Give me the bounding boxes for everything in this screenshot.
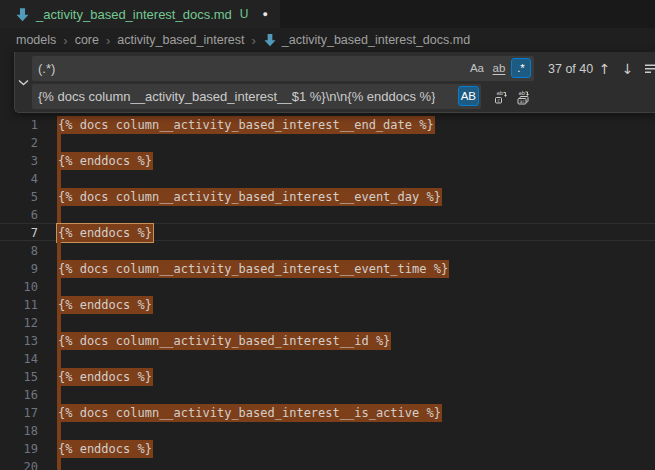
breadcrumb-item-activity-based-interest[interactable]: activity_based_interest xyxy=(117,33,244,47)
breadcrumb: models › core › activity_based_interest … xyxy=(0,28,655,52)
line-content: {% enddocs %} xyxy=(38,152,153,170)
line-number: 5 xyxy=(0,188,38,206)
find-match-empty-highlight xyxy=(57,314,61,332)
line-content xyxy=(38,422,61,440)
find-match-highlight: {% docs column__activity_based_interest_… xyxy=(57,404,442,422)
line-content xyxy=(38,134,61,152)
breadcrumb-item-file[interactable]: _activity_based_interest_docs.md xyxy=(263,33,470,47)
svg-text:ab: ab xyxy=(496,90,503,96)
editor-line[interactable]: 4 xyxy=(0,170,655,188)
line-number: 12 xyxy=(0,314,38,332)
editor-line[interactable]: 7{% enddocs %} xyxy=(0,224,655,242)
editor-area[interactable]: 1{% docs column__activity_based_interest… xyxy=(0,52,655,470)
line-number: 11 xyxy=(0,296,38,314)
editor-line[interactable]: 15{% enddocs %} xyxy=(0,368,655,386)
unsaved-changes-dot[interactable]: ● xyxy=(263,10,268,19)
line-content: {% docs column__activity_based_interest_… xyxy=(38,260,449,278)
regex-toggle[interactable]: .* xyxy=(511,58,531,78)
replace-input[interactable]: {% docs column__activity_based_interest_… xyxy=(32,84,481,109)
line-number: 9 xyxy=(0,260,38,278)
line-number: 4 xyxy=(0,170,38,188)
toggle-replace-chevron-icon[interactable] xyxy=(15,52,32,112)
breadcrumb-separator: › xyxy=(251,33,255,48)
editor-line[interactable]: 18 xyxy=(0,422,655,440)
tab-bar: _activity_based_interest_docs.md U ● xyxy=(0,0,655,28)
find-match-highlight: {% enddocs %} xyxy=(57,440,153,458)
line-number: 18 xyxy=(0,422,38,440)
tab-title: _activity_based_interest_docs.md xyxy=(36,7,232,22)
editor-line[interactable]: 10 xyxy=(0,278,655,296)
breadcrumb-separator: › xyxy=(106,33,110,48)
editor-line[interactable]: 5{% docs column__activity_based_interest… xyxy=(0,188,655,206)
line-content: {% docs column__activity_based_interest_… xyxy=(38,332,391,350)
find-row: (.*) Aa ab .* 37 of 40 ↑ ↓ xyxy=(32,56,651,81)
editor-line[interactable]: 9{% docs column__activity_based_interest… xyxy=(0,260,655,278)
line-content xyxy=(38,314,61,332)
find-match-highlight: {% docs column__activity_based_interest_… xyxy=(57,188,442,206)
editor-line[interactable]: 6 xyxy=(0,206,655,224)
find-match-empty-highlight xyxy=(57,422,61,440)
editor-line[interactable]: 2 xyxy=(0,134,655,152)
replace-row: {% docs column__activity_based_interest_… xyxy=(32,84,651,109)
editor-line[interactable]: 1{% docs column__activity_based_interest… xyxy=(0,116,655,134)
breadcrumb-item-core[interactable]: core xyxy=(75,33,99,47)
editor-line[interactable]: 17{% docs column__activity_based_interes… xyxy=(0,404,655,422)
editor-line[interactable]: 19{% enddocs %} xyxy=(0,440,655,458)
replace-button[interactable]: ab c xyxy=(489,86,512,108)
editor-line[interactable]: 13{% docs column__activity_based_interes… xyxy=(0,332,655,350)
find-match-empty-highlight xyxy=(57,206,61,224)
line-number: 8 xyxy=(0,242,38,260)
line-content xyxy=(38,242,61,260)
find-match-highlight: {% docs column__activity_based_interest_… xyxy=(57,116,435,134)
preserve-case-toggle[interactable]: AB xyxy=(458,86,479,106)
line-content: {% enddocs %} xyxy=(38,440,153,458)
line-content xyxy=(38,278,61,296)
previous-match-button[interactable]: ↑ xyxy=(593,58,616,80)
replace-all-button[interactable]: ab ac xyxy=(512,86,535,108)
find-match-empty-highlight xyxy=(57,170,61,188)
editor-line[interactable]: 8 xyxy=(0,242,655,260)
editor-line[interactable]: 3{% enddocs %} xyxy=(0,152,655,170)
git-status-badge: U xyxy=(240,7,249,21)
whole-word-toggle[interactable]: ab xyxy=(489,58,509,78)
find-widget-rows: (.*) Aa ab .* 37 of 40 ↑ ↓ xyxy=(32,52,655,112)
breadcrumb-item-models[interactable]: models xyxy=(16,33,56,47)
find-match-highlight: {% enddocs %} xyxy=(57,368,153,386)
replace-all-icon: ab ac xyxy=(516,89,532,105)
editor-line[interactable]: 16 xyxy=(0,386,655,404)
line-number: 15 xyxy=(0,368,38,386)
editor-line[interactable]: 20 xyxy=(0,458,655,470)
tab-activity-based-interest-docs[interactable]: _activity_based_interest_docs.md U ● xyxy=(0,0,281,28)
editor-line[interactable]: 12 xyxy=(0,314,655,332)
next-match-button[interactable]: ↓ xyxy=(616,58,639,80)
find-options: Aa ab .* xyxy=(467,58,531,78)
breadcrumb-file-label: _activity_based_interest_docs.md xyxy=(282,33,470,47)
replace-input-value: {% docs column__activity_based_interest_… xyxy=(38,89,435,104)
line-content xyxy=(38,350,61,368)
markdown-file-icon xyxy=(263,33,277,47)
line-content: {% docs column__activity_based_interest_… xyxy=(38,116,435,134)
find-in-selection-button[interactable] xyxy=(639,58,655,80)
replace-buttons: ab c ab xyxy=(489,86,535,108)
editor-line[interactable]: 14 xyxy=(0,350,655,368)
find-match-highlight: {% docs column__activity_based_interest_… xyxy=(57,260,449,278)
find-match-highlight: {% enddocs %} xyxy=(57,152,153,170)
line-number: 20 xyxy=(0,458,38,470)
find-match-highlight: {% enddocs %} xyxy=(57,296,153,314)
replace-icon: ab c xyxy=(493,89,509,105)
find-match-empty-highlight xyxy=(57,458,61,470)
line-number: 3 xyxy=(0,152,38,170)
editor-line[interactable]: 11{% enddocs %} xyxy=(0,296,655,314)
find-match-empty-highlight xyxy=(57,386,61,404)
find-input[interactable]: (.*) Aa ab .* xyxy=(32,56,534,81)
line-number: 10 xyxy=(0,278,38,296)
find-input-value: (.*) xyxy=(38,61,55,76)
line-content xyxy=(38,386,61,404)
match-case-toggle[interactable]: Aa xyxy=(467,58,487,78)
match-count-label: 37 of 40 xyxy=(548,62,593,76)
line-number: 1 xyxy=(0,116,38,134)
line-number: 13 xyxy=(0,332,38,350)
breadcrumb-separator: › xyxy=(63,33,67,48)
line-content: {% enddocs %} xyxy=(38,224,153,242)
line-number: 17 xyxy=(0,404,38,422)
